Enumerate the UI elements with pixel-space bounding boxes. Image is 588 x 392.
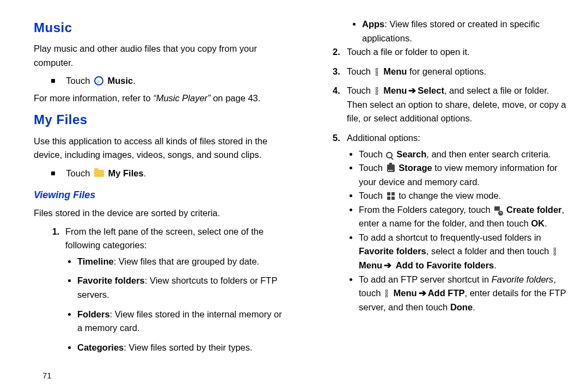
grid-icon <box>387 192 395 200</box>
opt-create-folder: From the Folders category, touch Create … <box>359 203 572 231</box>
more-info-post: on page 43. <box>211 93 261 103</box>
step-3: 3.Touch Menu for general options. <box>347 65 572 79</box>
myfiles-intro: Use this application to access all kinds… <box>34 134 287 162</box>
section-title-music: Music <box>34 17 287 38</box>
music-label: Music <box>108 76 133 85</box>
manual-page: Music Play music and other audio files t… <box>0 0 588 392</box>
folder-icon <box>94 170 104 177</box>
touch-prefix: Touch <box>66 168 93 178</box>
step-5: 5.Additional options: Touch Search, and … <box>347 131 572 314</box>
opt-storage: Touch Storage to view memory information… <box>359 161 572 189</box>
more-info-pre: For more information, refer to <box>34 93 153 103</box>
arrow-icon: ➔ <box>408 85 416 95</box>
music-intro: Play music and other audio files that yo… <box>34 42 287 70</box>
additional-options-list: Touch Search, and then enter search crit… <box>359 148 572 315</box>
myfiles-action-list: Touch My Files. <box>51 167 287 181</box>
step-4: 4.Touch Menu➔Select, and select a file o… <box>347 84 572 126</box>
more-info-ref: “Music Player” <box>153 93 210 103</box>
cat-timeline: Timeline: View files that are grouped by… <box>77 255 287 269</box>
cat-favorite: Favorite folders: View shortcuts to fold… <box>77 274 287 302</box>
section-title-myfiles: My Files <box>34 109 287 130</box>
create-folder-icon <box>494 206 502 214</box>
subsection-viewing-files: Viewing Files <box>34 188 287 203</box>
opt-ftp: To add an FTP server shortcut in Favorit… <box>359 273 572 315</box>
arrow-icon: ➔ <box>419 288 426 298</box>
opt-favorite-folders: To add a shortcut to frequently-used fol… <box>359 231 572 273</box>
music-icon <box>94 76 103 85</box>
page-number: 71 <box>42 371 52 380</box>
cat-categories: Categories: View files sorted by their t… <box>77 341 287 355</box>
steps-list-part2: 2.Touch a file or folder to open it. 3.T… <box>347 45 572 314</box>
cat-folders: Folders: View files stored in the intern… <box>77 308 287 335</box>
menu-icon <box>376 68 379 76</box>
menu-icon <box>376 87 379 95</box>
menu-icon <box>554 247 557 256</box>
arrow-icon: ➔ <box>384 260 391 270</box>
opt-search: Touch Search, and then enter search crit… <box>359 148 572 162</box>
menu-icon <box>385 289 389 298</box>
step-2: 2.Touch a file or folder to open it. <box>347 45 572 59</box>
music-action-list: Touch Music. <box>51 74 287 88</box>
storage-icon <box>387 164 395 172</box>
touch-prefix: Touch <box>66 76 93 85</box>
search-icon <box>386 152 393 158</box>
myfiles-label: My Files <box>108 168 144 178</box>
cat-apps: Apps: View files stored or created in sp… <box>362 17 572 45</box>
step1-text: From the left pane of the screen, select… <box>65 226 264 250</box>
touch-music-item: Touch Music. <box>51 74 287 88</box>
opt-view: Touch to change the view mode. <box>359 189 572 203</box>
music-more-info: For more information, refer to “Music Pl… <box>34 91 287 106</box>
touch-myfiles-item: Touch My Files. <box>51 167 287 181</box>
viewing-sorted: Files stored in the device are sorted by… <box>34 206 287 220</box>
